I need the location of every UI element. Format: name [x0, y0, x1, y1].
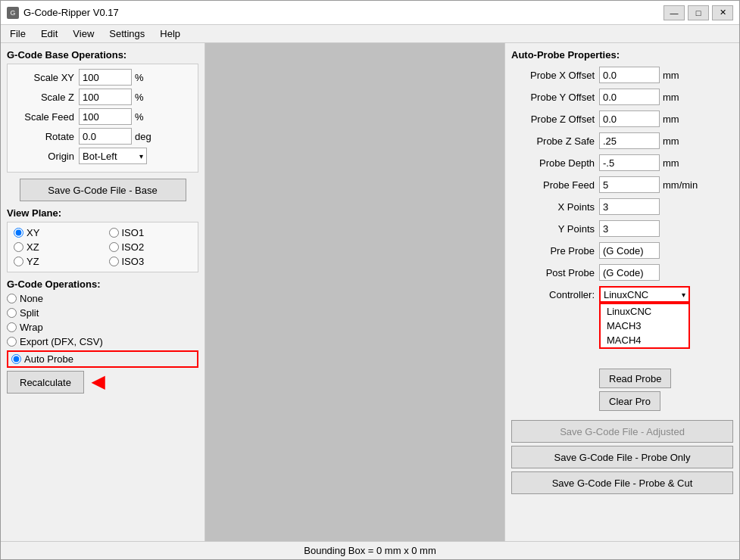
radio-xy-label: XY — [27, 227, 39, 238]
probe-x-offset-input[interactable] — [599, 67, 660, 83]
menu-file[interactable]: File — [7, 28, 29, 39]
recalculate-button[interactable]: Recalculate — [7, 371, 84, 394]
radio-autoprobe-input[interactable] — [11, 354, 21, 364]
save-probe-cut-button[interactable]: Save G-Code File - Probe & Cut — [511, 471, 733, 494]
clear-probe-button[interactable]: Clear Pro — [599, 391, 660, 411]
radio-xy-input[interactable] — [14, 228, 23, 238]
radio-split-input[interactable] — [7, 308, 17, 318]
scale-xy-input[interactable] — [79, 69, 132, 86]
menu-view[interactable]: View — [70, 28, 97, 39]
maximize-button[interactable]: □ — [688, 5, 709, 20]
close-button[interactable]: ✕ — [712, 5, 733, 20]
scale-feed-row: Scale Feed % — [14, 108, 192, 125]
probe-z-offset-unit: mm — [663, 114, 679, 125]
controller-dropdown[interactable]: LinuxCNC ▾ — [599, 286, 690, 303]
radio-iso1-input[interactable] — [109, 228, 119, 238]
main-window: G G-Code-Ripper V0.17 — □ ✕ File Edit Vi… — [0, 0, 740, 560]
radio-xz: XZ — [14, 241, 97, 253]
right-panel: Auto-Probe Properties: Probe X Offset mm… — [504, 43, 739, 541]
radio-export: Export (DFX, CSV) — [7, 336, 198, 347]
probe-feed-input[interactable] — [599, 176, 660, 193]
pre-probe-row: Pre Probe — [511, 242, 733, 259]
radio-export-input[interactable] — [7, 337, 17, 347]
controller-option-mach4[interactable]: MACH4 — [601, 333, 688, 347]
probe-z-offset-row: Probe Z Offset mm — [511, 110, 733, 127]
x-points-row: X Points — [511, 198, 733, 215]
y-points-input[interactable] — [599, 220, 660, 237]
scale-z-input[interactable] — [79, 89, 132, 105]
save-base-container: Save G-Code File - Base — [7, 179, 198, 201]
probe-actions: Read Probe Clear Pro — [511, 369, 733, 411]
radio-xz-input[interactable] — [14, 242, 23, 252]
post-probe-label: Post Probe — [511, 267, 595, 278]
radio-yz-input[interactable] — [14, 257, 23, 266]
radio-iso3-input[interactable] — [109, 257, 119, 266]
base-ops-section: G-Code Base Operations: Scale XY % Scale… — [7, 49, 198, 201]
probe-y-offset-input[interactable] — [599, 89, 660, 105]
minimize-button[interactable]: — — [664, 5, 685, 20]
left-panel: G-Code Base Operations: Scale XY % Scale… — [1, 43, 205, 541]
radio-none-input[interactable] — [7, 294, 17, 303]
menu-help[interactable]: Help — [157, 28, 183, 39]
scale-z-row: Scale Z % — [14, 89, 192, 105]
view-plane-box: XY ISO1 XZ ISO2 — [7, 222, 198, 272]
window-title: G-Code-Ripper V0.17 — [23, 7, 119, 18]
probe-feed-unit: mm/min — [663, 179, 698, 191]
probe-y-offset-label: Probe Y Offset — [511, 92, 595, 103]
controller-option-mach3[interactable]: MACH3 — [601, 319, 688, 333]
radio-wrap: Wrap — [7, 322, 198, 333]
probe-depth-label: Probe Depth — [511, 157, 595, 169]
read-probe-row: Read Probe — [511, 369, 733, 388]
controller-option-linuxcnc[interactable]: LinuxCNC — [601, 304, 688, 319]
radio-iso2: ISO2 — [109, 241, 192, 253]
save-adjusted-button[interactable]: Save G-Code File - Adjusted — [511, 420, 733, 443]
gcode-ops-section: G-Code Operations: None Split Wrap — [7, 278, 198, 394]
probe-y-offset-row: Probe Y Offset mm — [511, 89, 733, 105]
post-probe-row: Post Probe — [511, 264, 733, 281]
x-points-input[interactable] — [599, 198, 660, 215]
probe-x-offset-unit: mm — [663, 70, 679, 81]
scale-z-unit: % — [135, 92, 144, 103]
pre-probe-input[interactable] — [599, 242, 660, 259]
scale-feed-input[interactable] — [79, 108, 132, 125]
rotate-row: Rotate deg — [14, 128, 192, 145]
radio-iso2-label: ISO2 — [122, 241, 145, 253]
save-base-button[interactable]: Save G-Code File - Base — [20, 179, 186, 201]
probe-z-safe-row: Probe Z Safe mm — [511, 132, 733, 149]
origin-dropdown[interactable]: Bot-Left ▾ — [79, 148, 147, 164]
rotate-unit: deg — [135, 131, 151, 142]
read-probe-button[interactable]: Read Probe — [599, 369, 671, 388]
probe-depth-input[interactable] — [599, 154, 660, 171]
controller-arrow-icon: ▾ — [682, 291, 685, 299]
base-ops-box: Scale XY % Scale Z % Scale Feed % — [7, 64, 198, 173]
probe-depth-unit: mm — [663, 157, 679, 169]
probe-z-offset-label: Probe Z Offset — [511, 114, 595, 125]
menu-edit[interactable]: Edit — [38, 28, 61, 39]
probe-z-offset-input[interactable] — [599, 110, 660, 127]
post-probe-input[interactable] — [599, 264, 660, 281]
rotate-input[interactable] — [79, 128, 132, 145]
probe-x-offset-label: Probe X Offset — [511, 70, 595, 81]
save-buttons: Save G-Code File - Adjusted Save G-Code … — [511, 420, 733, 494]
scale-xy-label: Scale XY — [14, 72, 74, 83]
controller-dropdown-wrapper: LinuxCNC ▾ LinuxCNC MACH3 MACH4 — [599, 286, 690, 303]
rotate-label: Rotate — [14, 131, 74, 142]
origin-dropdown-arrow: ▾ — [139, 152, 143, 160]
save-probe-only-button[interactable]: Save G-Code File - Probe Only — [511, 446, 733, 468]
radio-autoprobe-highlighted: Auto Probe — [7, 350, 198, 368]
radio-wrap-input[interactable] — [7, 322, 17, 332]
origin-row: Origin Bot-Left ▾ — [14, 148, 192, 164]
scale-z-label: Scale Z — [14, 92, 74, 103]
radio-iso3-label: ISO3 — [122, 256, 145, 267]
x-points-label: X Points — [511, 201, 595, 213]
probe-z-safe-input[interactable] — [599, 132, 660, 149]
scale-xy-unit: % — [135, 72, 144, 83]
controller-value: LinuxCNC — [604, 289, 648, 300]
radio-yz: YZ — [14, 256, 97, 267]
controller-label: Controller: — [511, 289, 595, 300]
radio-yz-label: YZ — [27, 256, 39, 267]
menu-settings[interactable]: Settings — [106, 28, 148, 39]
scale-feed-unit: % — [135, 111, 144, 123]
radio-iso2-input[interactable] — [109, 242, 119, 252]
scale-feed-label: Scale Feed — [14, 111, 74, 123]
